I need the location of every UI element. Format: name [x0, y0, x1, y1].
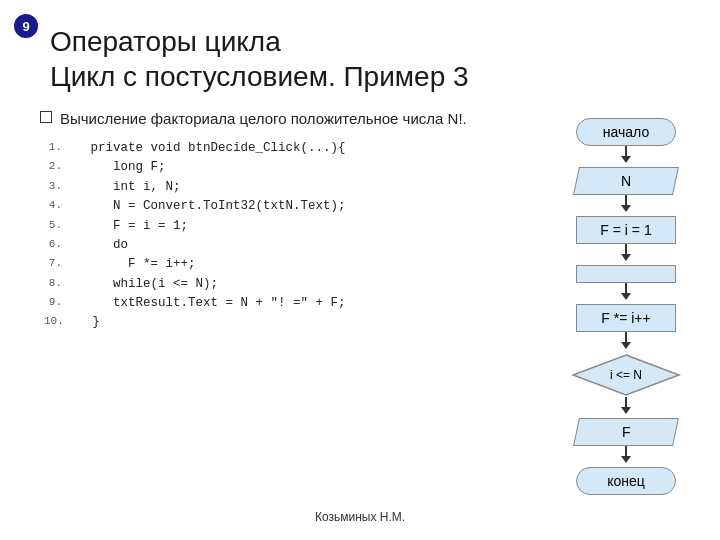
fc-start: начало [576, 118, 676, 146]
fc-arrow-6 [621, 407, 631, 414]
fc-body: F *= i++ [576, 304, 676, 332]
bullet-item: Вычисление факториала целого положительн… [40, 108, 542, 129]
flowchart: начало N F = i = 1 [571, 108, 681, 495]
fc-condition-shape: i <= N [571, 353, 681, 397]
fc-condition-label: i <= N [571, 353, 681, 397]
fc-connector-3 [625, 244, 627, 254]
fc-condition: i <= N [571, 353, 681, 397]
fc-init: F = i = 1 [576, 216, 676, 244]
code-line-2: 2. long F; [44, 158, 542, 177]
slide: 9 Операторы цикла Цикл с постусловием. П… [0, 0, 720, 540]
fc-connector-5 [625, 332, 627, 342]
code-line-9: 9. txtResult.Text = N + "! =" + F; [44, 294, 542, 313]
fc-loop-marker-shape [576, 265, 676, 283]
fc-connector-4 [625, 283, 627, 293]
fc-connector-1 [625, 146, 627, 156]
slide-number: 9 [14, 14, 38, 38]
code-line-7: 7. F *= i++; [44, 255, 542, 274]
fc-connector-7 [625, 446, 627, 456]
fc-loop-marker [576, 265, 676, 283]
code-line-8: 8. while(i <= N); [44, 275, 542, 294]
fc-output-shape: F [573, 418, 679, 446]
fc-n: N [576, 167, 676, 195]
code-line-4: 4. N = Convert.ToInt32(txtN.Text); [44, 197, 542, 216]
attribution: Козьминых Н.М. [315, 510, 405, 524]
code-line-5: 5. F = i = 1; [44, 217, 542, 236]
fc-arrow-4 [621, 293, 631, 300]
fc-arrow-2 [621, 205, 631, 212]
fc-arrow-7 [621, 456, 631, 463]
fc-connector-6 [625, 397, 627, 407]
fc-output: F [576, 418, 676, 446]
bullet-text: Вычисление факториала целого положительн… [60, 108, 467, 129]
fc-body-shape: F *= i++ [576, 304, 676, 332]
content-area: Вычисление факториала целого положительн… [30, 108, 700, 495]
fc-arrow-1 [621, 156, 631, 163]
slide-title: Операторы цикла Цикл с постусловием. При… [50, 24, 700, 94]
bullet-icon [40, 111, 52, 123]
left-panel: Вычисление факториала целого положительн… [30, 108, 542, 495]
right-panel: начало N F = i = 1 [552, 108, 700, 495]
fc-start-shape: начало [576, 118, 676, 146]
fc-connector-2 [625, 195, 627, 205]
fc-arrow-5 [621, 342, 631, 349]
fc-end: конец [576, 467, 676, 495]
fc-n-shape: N [573, 167, 679, 195]
code-block: 1. private void btnDecide_Click(...){ 2.… [40, 139, 542, 333]
code-line-3: 3. int i, N; [44, 178, 542, 197]
code-line-6: 6. do [44, 236, 542, 255]
fc-arrow-3 [621, 254, 631, 261]
code-line-1: 1. private void btnDecide_Click(...){ [44, 139, 542, 158]
fc-end-shape: конец [576, 467, 676, 495]
fc-init-shape: F = i = 1 [576, 216, 676, 244]
code-line-10: 10. } [44, 313, 542, 332]
